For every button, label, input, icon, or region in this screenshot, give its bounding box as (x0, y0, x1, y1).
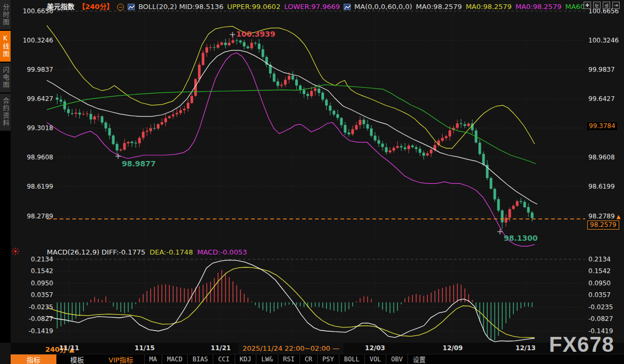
toolbar-item-BIAS[interactable]: BIAS (187, 354, 213, 364)
header-segment: MA0:98.2579 (416, 2, 462, 12)
toolbar-item-RSI[interactable]: RSI (278, 354, 299, 364)
candle-body (187, 103, 189, 108)
candle-body (516, 201, 519, 206)
macd-header-segment: DEA:-0.1748 (149, 248, 193, 256)
toolbar-item-CCI[interactable]: CCI (213, 354, 235, 364)
candle-body (460, 123, 462, 124)
macd-axis-label: -0.0827 (588, 315, 613, 323)
scale-arrow-icon[interactable]: ▲ (615, 214, 621, 219)
header-segment: MA0:98.2579 (465, 2, 512, 12)
candle-body (235, 40, 238, 41)
toolbar-item-VIP指标[interactable]: VIP指标 (98, 354, 144, 364)
indicator-chart-icon[interactable] (344, 4, 351, 10)
date-tick-label: 12/09 (443, 344, 463, 352)
candle-body (512, 206, 515, 209)
expand-right-icon[interactable]: ⇥ (612, 2, 620, 9)
candle-body (149, 128, 152, 131)
candle-body (168, 116, 171, 118)
date-tick-label: 11/15 (135, 344, 155, 352)
window-buttons: ✚⊵⊴⇥ (584, 2, 620, 9)
macd-axis-label: 0.0357 (588, 291, 611, 299)
candle-body (366, 124, 369, 129)
price-extreme-label: 98.1300 (504, 234, 538, 242)
price-axis-label: 100.3246 (588, 37, 619, 44)
candle-body (509, 209, 511, 218)
toolbar-item-LW&[interactable]: LW& (256, 354, 278, 364)
candle-body (176, 113, 178, 114)
candle-body (262, 49, 264, 57)
candle-body (478, 142, 481, 154)
candle-body (378, 140, 380, 144)
candle-body (527, 207, 530, 213)
candle-body (135, 143, 137, 143)
price-axis-label: 98.6199 (15, 183, 53, 190)
toolbar-item-MA[interactable]: MA (144, 354, 162, 364)
toolbar-item-模板[interactable]: 模板 (56, 354, 98, 364)
sidebar-tab-2[interactable]: K线图 (0, 31, 11, 62)
crosshair-time-label: 2025/11/24 22:00~02:00 — (238, 343, 344, 354)
candle-body (385, 147, 388, 152)
macd-header-segment: MACD(26,12,9) DIFF:-0.1775 (47, 248, 145, 256)
candle-body (131, 142, 134, 143)
header-segment: UPPER:99.0602 (227, 2, 280, 12)
candle-body (359, 120, 361, 125)
candle-body (292, 75, 294, 79)
toolbar-item-BOLL[interactable]: BOLL (339, 354, 364, 364)
candle-body (86, 114, 88, 114)
candle-body (463, 124, 466, 126)
indicator-gadget-icon[interactable] (11, 247, 20, 258)
toolbar-item-设置[interactable]: 设置 (407, 354, 430, 364)
candlestick-macd-chart[interactable]: 100.393998.987798.1300 (0, 0, 624, 364)
candle-body (344, 125, 346, 132)
candle-body (448, 130, 451, 136)
candle-body (430, 150, 432, 154)
candle-body (67, 109, 70, 113)
toolbar-item-PSY[interactable]: PSY (317, 354, 339, 364)
macd-axis-label: 0.0950 (15, 280, 53, 287)
candle-body (355, 125, 357, 129)
candle-body (531, 213, 534, 218)
candle-body (374, 136, 377, 140)
indicator-chart-icon[interactable] (128, 4, 135, 10)
toolbar-item-MACD[interactable]: MACD (162, 354, 187, 364)
indicator-toolbar: 指标模板VIP指标MAMACDBIASCCIKDJLW&RSICRPSYBOLL… (11, 354, 624, 364)
candle-body (277, 81, 279, 86)
candle-body (362, 120, 365, 124)
toolbar-item-KDJ[interactable]: KDJ (235, 354, 256, 364)
candle-body (400, 146, 403, 147)
candle-body (202, 53, 204, 65)
candle-body (426, 154, 429, 156)
price-axis-label: 99.6427 (15, 95, 53, 103)
sidebar-tab-1[interactable]: 分时图 (0, 0, 11, 30)
candle-body (97, 116, 99, 117)
collapse-circle-icon[interactable]: − (117, 4, 124, 11)
macd-axis-label: 0.0357 (15, 291, 53, 299)
header-segment: LOWER:97.9669 (284, 2, 340, 12)
macd-axis-label: 0.0950 (588, 280, 611, 287)
toolbar-item-VOL[interactable]: VOL (364, 354, 386, 364)
pane-chart-left-icon[interactable]: ⊵ (593, 2, 601, 9)
candle-body (494, 189, 496, 199)
candle-body (325, 100, 328, 106)
candle-body (93, 116, 96, 120)
candle-body (209, 47, 212, 48)
candle-body (179, 111, 182, 113)
candle-body (123, 143, 126, 149)
candle-body (71, 113, 73, 114)
candle-body (441, 138, 444, 141)
candle-body (243, 42, 246, 46)
pane-chart-right-icon[interactable]: ⊴ (603, 2, 610, 9)
sidebar-tab-4[interactable]: 合约资料 (0, 94, 11, 131)
candle-body (273, 74, 276, 82)
candle-body (63, 101, 66, 109)
pan-icon[interactable]: ✚ (584, 2, 591, 9)
toolbar-item-CR[interactable]: CR (299, 354, 317, 364)
price-marker-label: 99.3784 (587, 122, 617, 130)
toolbar-item-指标[interactable]: 指标 (11, 354, 56, 364)
price-axis-label: 98.2789 ▲ (588, 213, 621, 221)
sidebar-tab-3[interactable]: 闪电图 (0, 63, 11, 92)
candle-body (351, 129, 354, 134)
candle-body (56, 98, 59, 100)
candle-body (101, 116, 103, 123)
toolbar-item-OBV[interactable]: OBV (386, 354, 407, 364)
